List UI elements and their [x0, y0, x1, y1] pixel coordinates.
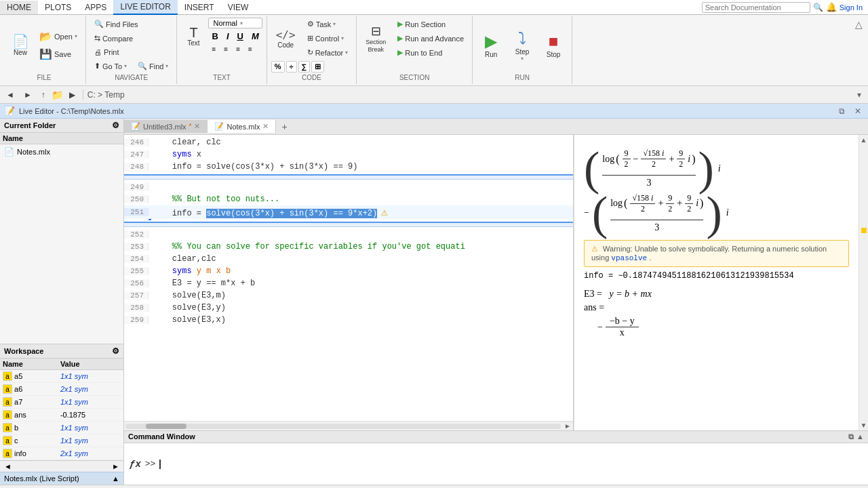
- underline-button[interactable]: U: [234, 30, 247, 43]
- ws-row-a7[interactable]: a a7 1x1 sym: [0, 396, 123, 409]
- ans-label: ans =: [584, 302, 849, 313]
- scroll-up-arrow[interactable]: ▲: [859, 135, 868, 145]
- run-to-end-button[interactable]: ▶Run to End: [393, 46, 468, 59]
- code-line-258: 258 solve(E3,y): [124, 302, 573, 314]
- style-dropdown[interactable]: Normal▾: [208, 18, 262, 28]
- run-advance-button[interactable]: ▶Run and Advance: [393, 32, 468, 45]
- cursor-indicator: [149, 219, 151, 220]
- ws-scroll-right[interactable]: ►: [108, 461, 123, 472]
- scroll-down-arrow[interactable]: ▼: [859, 420, 868, 430]
- menu-home[interactable]: HOME: [0, 1, 38, 14]
- math-button[interactable]: M: [248, 30, 262, 43]
- ws-row-b[interactable]: a b 1x1 sym: [0, 422, 123, 434]
- ws-row-a6[interactable]: a a6 2x1 sym: [0, 383, 123, 396]
- ws-icon-info: a: [3, 449, 12, 458]
- run-button[interactable]: ▶ Run: [477, 28, 505, 62]
- print-button[interactable]: 🖨Print: [90, 46, 123, 58]
- close-tab-untitled3[interactable]: ✕: [194, 122, 200, 131]
- ans-fraction: − −b − y x: [597, 316, 849, 338]
- warning-icon-251: ⚠: [381, 207, 388, 219]
- run-section-button[interactable]: ▶Run Section: [393, 18, 468, 30]
- find-files-button[interactable]: 🔍Find Files: [90, 18, 142, 30]
- code-line-253: 253 %% You can solve for specific variab…: [124, 241, 573, 253]
- code-mode-button[interactable]: </> Code: [271, 25, 300, 52]
- tab-notes[interactable]: 📝 Notes.mlx ✕: [208, 120, 276, 133]
- back-button[interactable]: ◄: [3, 88, 18, 102]
- h-scrollbar[interactable]: [125, 424, 561, 429]
- live-editor-icon: 📝: [4, 106, 15, 116]
- menu-live-editor[interactable]: LIVE EDITOR: [113, 0, 177, 15]
- up-button[interactable]: ↑: [38, 88, 49, 102]
- code-editor[interactable]: 246 clear, clc 247 syms x 248 info = sol: [124, 135, 573, 421]
- code-line-254: 254 clear,clc: [124, 253, 573, 265]
- save-button[interactable]: 💾 Save: [35, 46, 81, 62]
- ribbon-collapse-button[interactable]: △: [852, 16, 865, 84]
- ws-row-a5[interactable]: a a5 1x1 sym: [0, 370, 123, 383]
- ws-icon-a7: a: [3, 397, 12, 407]
- new-button[interactable]: 📄 New: [7, 30, 34, 60]
- ws-scroll-left[interactable]: ◄: [0, 461, 16, 472]
- open-button[interactable]: 📂 Open ▾: [35, 28, 81, 45]
- text-mode-button[interactable]: T Text: [181, 22, 205, 50]
- sign-in-link[interactable]: Sign In: [840, 3, 863, 12]
- ws-icon-a5: a: [3, 371, 12, 381]
- section-break-button[interactable]: ⊟ SectionBreak: [361, 18, 391, 59]
- new-tab-button[interactable]: +: [276, 119, 292, 134]
- close-live-editor-button[interactable]: ✕: [852, 106, 864, 117]
- current-folder-options[interactable]: ⚙: [112, 121, 119, 130]
- stop-button[interactable]: ■ Stop: [539, 28, 568, 62]
- align-left-btn[interactable]: ≡: [208, 44, 219, 54]
- file-icon: 📄: [4, 147, 14, 157]
- notes-panel-label: Notes.mlx (Live Script): [4, 474, 79, 483]
- compare-button[interactable]: ⇆Compare: [90, 32, 137, 45]
- menu-insert[interactable]: INSERT: [178, 1, 221, 14]
- align-right-btn[interactable]: ≡: [233, 44, 243, 54]
- browse-button[interactable]: ▶: [66, 88, 79, 102]
- ws-name-col: Name: [0, 359, 58, 370]
- menu-plots[interactable]: PLOTS: [38, 1, 78, 14]
- workspace-options[interactable]: ⚙: [112, 346, 119, 356]
- math-sym-4[interactable]: ⊞: [311, 61, 324, 73]
- math-sym-2[interactable]: ÷: [286, 61, 297, 73]
- task-dropdown[interactable]: ⚙Task▾: [303, 18, 353, 30]
- notes-panel-expand[interactable]: ▲: [112, 474, 119, 483]
- goto-button[interactable]: ⬆Go To▾: [90, 60, 131, 73]
- breadcrumb-dropdown[interactable]: ▾: [853, 89, 865, 101]
- control-dropdown[interactable]: ⊞Control▾: [303, 32, 353, 45]
- code-line-246: 246 clear, clc: [124, 136, 573, 148]
- cmd-expand-button[interactable]: ▲: [856, 432, 864, 441]
- step-button[interactable]: ⤵ Step ▾: [508, 26, 536, 65]
- cmd-undock-button[interactable]: ⧉: [848, 432, 854, 441]
- ws-row-ans[interactable]: a ans -0.1875: [0, 409, 123, 422]
- ws-row-info[interactable]: a info 2x1 sym: [0, 447, 123, 460]
- undock-button[interactable]: ⧉: [836, 106, 848, 117]
- math-sym-1[interactable]: %: [271, 61, 285, 73]
- tab-untitled3[interactable]: 📝 Untitled3.mlx * ✕: [124, 120, 208, 133]
- h-scroll-right[interactable]: ►: [562, 422, 573, 430]
- ws-value-col: Value: [58, 359, 123, 370]
- italic-button[interactable]: I: [223, 30, 233, 43]
- output-panel: ( log ( 9 2 − √158 i: [574, 135, 859, 430]
- ws-icon-c: a: [3, 436, 12, 445]
- warning-box: ⚠ Warning: Unable to solve symbolically.…: [584, 240, 849, 267]
- menu-apps[interactable]: APPS: [78, 1, 113, 14]
- code-line-247: 247 syms x: [124, 148, 573, 161]
- align-center-btn[interactable]: ≡: [220, 44, 231, 54]
- cmd-content-area[interactable]: ƒx >>: [124, 443, 868, 485]
- vpasolve-link[interactable]: vpasolve: [611, 254, 647, 262]
- find-button[interactable]: 🔍Find▾: [134, 60, 172, 73]
- code-line-248: 248 info = solve(cos(3*x) + sin(3*x) == …: [124, 161, 573, 173]
- forward-button[interactable]: ►: [20, 88, 35, 102]
- refactor-dropdown[interactable]: ↻Refactor▾: [303, 46, 353, 59]
- math-sym-3[interactable]: ∑: [298, 61, 311, 73]
- search-documentation-input[interactable]: [702, 2, 810, 13]
- menu-view[interactable]: VIEW: [221, 1, 256, 14]
- bell-icon[interactable]: 🔔: [826, 2, 837, 12]
- justify-btn[interactable]: ≡: [245, 44, 256, 54]
- bold-button[interactable]: B: [208, 30, 221, 43]
- code-line-249: 249: [124, 181, 573, 193]
- ws-row-c[interactable]: a c 1x1 sym: [0, 434, 123, 447]
- code-line-256: 256 E3 = y == m*x + b: [124, 277, 573, 289]
- close-tab-notes[interactable]: ✕: [262, 122, 269, 131]
- file-item-notes[interactable]: 📄 Notes.mlx: [1, 146, 122, 158]
